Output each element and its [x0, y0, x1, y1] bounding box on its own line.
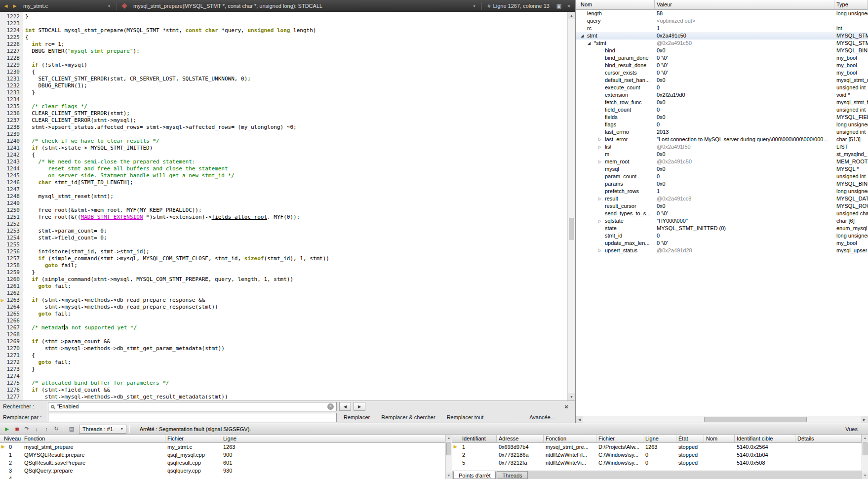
code-line[interactable]: {: [25, 69, 567, 76]
variable-row[interactable]: prefetch_rows1long unsigned: [576, 188, 868, 195]
stack-scrollbar[interactable]: ▲ ▼: [445, 435, 452, 479]
scroll-left-icon[interactable]: ◀: [576, 416, 583, 423]
line-number[interactable]: 1274: [0, 373, 23, 380]
interrupt-icon[interactable]: ▮▮: [12, 425, 21, 434]
line-number[interactable]: 1276: [0, 387, 23, 394]
scrollbar-thumb[interactable]: [704, 417, 806, 422]
line-number[interactable]: 1252: [0, 221, 23, 228]
line-number[interactable]: 1249: [0, 200, 23, 207]
code-line[interactable]: goto fail;: [25, 359, 567, 366]
scroll-up-icon[interactable]: ▲: [862, 435, 868, 441]
line-number[interactable]: 1264: [0, 304, 23, 311]
variable-row[interactable]: cursor_exists0 '\0'my_bool: [576, 69, 868, 77]
column-header-type[interactable]: Type: [834, 0, 868, 10]
variable-row[interactable]: fetch_row_func0x0mysql_stmt_f: [576, 99, 868, 106]
code-line[interactable]: int4store(stmt_id, stmt->stmt_id);: [25, 248, 567, 255]
line-number[interactable]: 1268: [0, 331, 23, 338]
code-line[interactable]: if (stmt->param_count &&: [25, 338, 567, 345]
scroll-up-icon[interactable]: ▲: [446, 435, 452, 441]
column-header-file[interactable]: Fichier: [596, 435, 643, 443]
code-line[interactable]: /* We need to semi-close the prepared st…: [25, 159, 567, 165]
variable-row[interactable]: param_count0unsigned int: [576, 173, 868, 180]
code-line[interactable]: char stmt_id[STMT_ID_LENGTH];: [25, 179, 567, 186]
code-line[interactable]: int STDCALL mysql_stmt_prepare(MYSQL_STM…: [25, 27, 567, 34]
scrollbar-thumb[interactable]: [446, 442, 451, 455]
code-line[interactable]: stmt->param_count= 0;: [25, 228, 567, 235]
code-line[interactable]: [25, 55, 567, 62]
code-line[interactable]: [25, 290, 567, 297]
column-header-id[interactable]: Identifiant: [452, 435, 497, 443]
step-over-icon[interactable]: ↷: [22, 425, 31, 434]
code-line[interactable]: }: [25, 13, 567, 20]
search-input[interactable]: "Enabled ×: [48, 402, 337, 411]
code-line[interactable]: free_root(&((MADB_STMT_EXTENSION *)stmt-…: [25, 214, 567, 221]
line-number[interactable]: 1246: [0, 179, 23, 186]
column-header-state[interactable]: État: [676, 435, 704, 443]
line-number[interactable]: 1243: [0, 159, 23, 165]
line-number[interactable]: 1272: [0, 359, 23, 366]
column-header-line[interactable]: Ligne: [643, 435, 676, 443]
variable-row[interactable]: execute_count0unsigned int: [576, 84, 868, 91]
line-number[interactable]: 1241: [0, 145, 23, 152]
code-line[interactable]: /* allocated bind buffer for parameters …: [25, 380, 567, 387]
scrollbar-thumb[interactable]: [569, 218, 574, 240]
code-line[interactable]: }: [25, 269, 567, 276]
line-number[interactable]: 1266: [0, 318, 23, 324]
stack-frame-row[interactable]: ▶0mysql_stmt_preparemy_stmt.c1263: [0, 443, 445, 451]
variable-row[interactable]: length58long unsigned: [576, 10, 868, 17]
code-lines[interactable]: }int STDCALL mysql_stmt_prepare(MYSQL_ST…: [23, 12, 567, 400]
code-line[interactable]: }: [25, 366, 567, 373]
line-number[interactable]: 1250: [0, 207, 23, 214]
variable-row[interactable]: ▷mem_root@0x2a491c50MEM_ROOT: [576, 158, 868, 165]
tab-breakpoints[interactable]: Points d'arrêt: [453, 471, 496, 479]
console-icon[interactable]: ▤: [67, 425, 76, 434]
variable-row[interactable]: result_cursor0x0MYSQL_ROW: [576, 202, 868, 210]
forward-icon[interactable]: ▶: [11, 3, 19, 8]
expand-icon[interactable]: ▷: [598, 217, 605, 225]
code-line[interactable]: stmt->upsert_status.affected_rows= stmt-…: [25, 124, 567, 131]
collapse-icon[interactable]: ◢: [581, 32, 587, 40]
line-number[interactable]: 1270: [0, 345, 23, 352]
code-line[interactable]: [25, 331, 567, 338]
code-line[interactable]: if (simple_command(stmt->mysql, MYSQL_CO…: [25, 255, 567, 262]
code-line[interactable]: [25, 131, 567, 138]
code-line[interactable]: [25, 20, 567, 27]
column-header-function[interactable]: Fonction: [544, 435, 596, 443]
line-number[interactable]: 1231: [0, 76, 23, 82]
line-number[interactable]: 1269: [0, 338, 23, 345]
line-number[interactable]: 1226: [0, 41, 23, 48]
column-header-level[interactable]: Niveau: [0, 435, 22, 443]
line-number[interactable]: 1227: [0, 48, 23, 55]
line-number[interactable]: 1240: [0, 138, 23, 145]
column-header-function[interactable]: Fonction: [22, 435, 165, 443]
variable-row[interactable]: rc1int: [576, 25, 868, 32]
expand-icon[interactable]: ▷: [598, 136, 605, 143]
code-line[interactable]: {: [25, 352, 567, 359]
split-editor-icon[interactable]: ▣: [554, 3, 563, 9]
line-number[interactable]: 1267: [0, 324, 23, 331]
variable-row[interactable]: bind_param_done0 '\0'my_bool: [576, 54, 868, 62]
collapse-icon[interactable]: ◢: [588, 40, 594, 47]
tab-threads[interactable]: Threads: [497, 471, 527, 479]
code-line[interactable]: /* clear flags */: [25, 103, 567, 110]
column-header-details[interactable]: Détails: [795, 435, 862, 443]
code-line[interactable]: on server side. Statment handle will get…: [25, 172, 567, 179]
line-number[interactable]: 1260: [0, 276, 23, 283]
line-number[interactable]: 1239: [0, 131, 23, 138]
scroll-up-icon[interactable]: ▲: [568, 12, 575, 19]
line-number[interactable]: 1233: [0, 89, 23, 96]
open-file-dropdown[interactable]: my_stmt.c ▾: [20, 1, 114, 11]
code-line[interactable]: CLEAR_CLIENT_ERROR(stmt->mysql);: [25, 117, 567, 124]
variable-row[interactable]: params0x0MYSQL_BIND: [576, 180, 868, 188]
line-number[interactable]: 1277: [0, 394, 23, 400]
line-number[interactable]: 1251: [0, 214, 23, 221]
close-find-bar-icon[interactable]: ×: [562, 403, 570, 410]
code-line[interactable]: stmt->mysql->methods->db_stmt_get_param_…: [25, 345, 567, 352]
variable-row[interactable]: flags0long unsigned: [576, 121, 868, 128]
line-number[interactable]: 1258: [0, 262, 23, 269]
variable-row[interactable]: bind0x0MYSQL_BIND: [576, 47, 868, 54]
code-line[interactable]: if (stmt->field_count &&: [25, 387, 567, 394]
line-number[interactable]: 1245: [0, 172, 23, 179]
code-line[interactable]: [25, 96, 567, 103]
variable-row[interactable]: ▷result@0x2a491cc8MYSQL_DATA: [576, 195, 868, 202]
